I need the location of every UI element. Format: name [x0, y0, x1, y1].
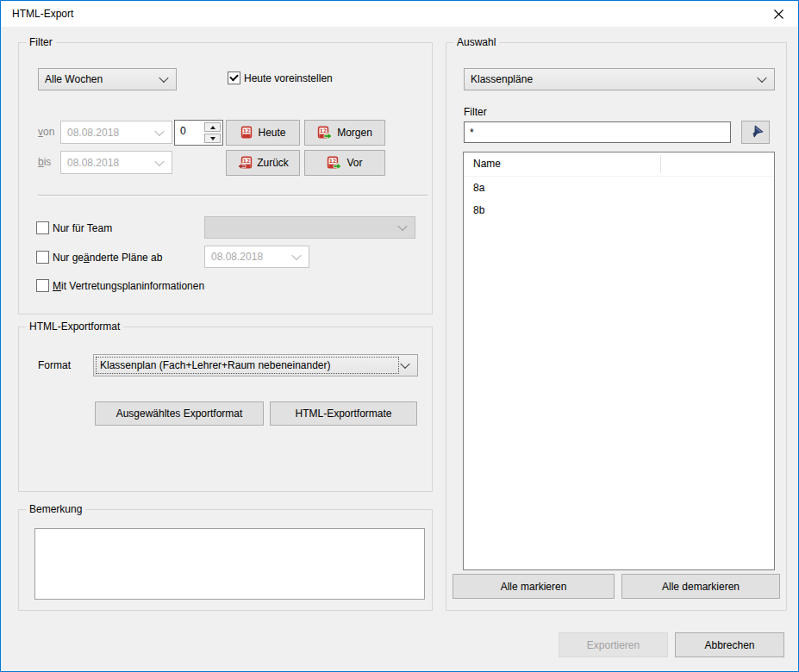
forward-button-label: Vor: [346, 157, 362, 169]
weeks-dropdown-value: Alle Wochen: [45, 73, 103, 85]
format-dropdown-focus: Klassenplan (Fach+Lehrer+Raum nebeneinan…: [96, 357, 399, 374]
to-date-dropdown[interactable]: 08.08.2018: [60, 151, 172, 174]
close-button[interactable]: [759, 1, 798, 27]
today-button-label: Heute: [258, 127, 285, 139]
tomorrow-button[interactable]: 12 Morgen: [304, 120, 385, 146]
chevron-down-icon: [291, 251, 301, 260]
selected-format-button[interactable]: Ausgewähltes Exportformat: [95, 401, 264, 426]
selection-filter-input[interactable]: [464, 121, 731, 143]
substitution-info-label: Mit Vertretungsplaninformationen: [53, 280, 204, 292]
select-all-button[interactable]: Alle markieren: [453, 574, 615, 599]
selection-group-label: Auswahl: [453, 36, 499, 48]
export-button-label: Exportieren: [587, 639, 640, 651]
today-button[interactable]: 12 Heute: [226, 120, 300, 146]
format-dropdown[interactable]: Klassenplan (Fach+Lehrer+Raum nebeneinan…: [93, 354, 418, 376]
chevron-down-icon: [757, 73, 766, 83]
calendar-icon: 12: [240, 126, 253, 140]
list-item[interactable]: 8b: [464, 199, 774, 221]
format-label: Format: [38, 359, 71, 371]
arrow-up-icon: [210, 126, 215, 129]
deselect-all-button[interactable]: Alle demarkieren: [621, 574, 780, 599]
team-checkbox[interactable]: Nur für Team: [36, 221, 112, 234]
plan-type-value: Klassenpläne: [471, 73, 533, 85]
close-icon: [774, 9, 783, 19]
list-column-header[interactable]: Name: [464, 152, 774, 177]
from-date-dropdown[interactable]: 08.08.2018: [60, 121, 172, 144]
chevron-down-icon: [397, 221, 407, 231]
select-all-button-label: Alle markieren: [501, 581, 567, 593]
checkbox-box-icon[interactable]: [36, 221, 49, 234]
svg-text:12: 12: [243, 128, 250, 134]
selection-group: Auswahl Klassenpläne Filter Name 8a 8b: [446, 42, 787, 611]
window-title: HTML-Export: [1, 8, 759, 20]
spinner-buttons: [204, 121, 222, 145]
remark-textarea[interactable]: [34, 528, 425, 600]
svg-text:12: 12: [243, 158, 250, 164]
apply-filter-button[interactable]: [741, 121, 770, 144]
day-offset-spinner[interactable]: 0: [174, 120, 223, 146]
export-format-group: HTML-Exportformat Format Klassenplan (Fa…: [18, 327, 433, 492]
cancel-button[interactable]: Abbrechen: [675, 632, 784, 657]
list-item[interactable]: 8a: [464, 177, 774, 199]
svg-text:12: 12: [329, 158, 336, 164]
preset-today-label: Heute voreinstellen: [244, 72, 333, 84]
calendar-forward-icon: 12: [317, 126, 333, 140]
calendar-back-icon: 12: [237, 156, 253, 170]
html-export-dialog: HTML-Export Filter Alle Wochen Heute vor…: [0, 0, 799, 672]
funnel-icon: [748, 125, 764, 140]
changed-plans-label: Nur geänderte Pläne ab: [53, 252, 162, 264]
dialog-body: Filter Alle Wochen Heute voreinstellen v…: [1, 27, 798, 671]
calendar-forward-icon: 12: [327, 156, 342, 170]
checkbox-box-icon[interactable]: [228, 72, 240, 84]
chevron-down-icon: [154, 126, 164, 135]
plans-listbox[interactable]: Name 8a 8b: [463, 152, 775, 570]
export-button[interactable]: Exportieren: [559, 632, 668, 657]
remark-group: Bemerkung: [18, 509, 433, 611]
titlebar: HTML-Export: [1, 1, 798, 27]
remark-group-label: Bemerkung: [26, 503, 85, 515]
filter-group-label: Filter: [26, 36, 56, 48]
to-date-value: 08.08.2018: [67, 157, 119, 169]
export-formats-button-label: HTML-Exportformate: [295, 408, 391, 420]
back-button[interactable]: 12 Zurück: [226, 150, 300, 176]
chevron-down-icon: [400, 359, 409, 369]
svg-text:12: 12: [320, 128, 327, 134]
chevron-down-icon: [154, 156, 164, 165]
column-divider: [660, 155, 661, 173]
from-label: von: [38, 126, 54, 138]
chevron-down-icon: [159, 73, 168, 83]
substitution-info-checkbox[interactable]: Mit Vertretungsplaninformationen: [36, 279, 204, 292]
selection-filter-label: Filter: [464, 106, 487, 118]
from-date-value: 08.08.2018: [67, 127, 119, 139]
spin-down-button[interactable]: [204, 134, 221, 143]
export-format-group-label: HTML-Exportformat: [26, 320, 123, 333]
checkbox-box-icon[interactable]: [36, 251, 49, 264]
forward-button[interactable]: 12 Vor: [304, 150, 385, 176]
changed-plans-checkbox[interactable]: Nur geänderte Pläne ab: [36, 251, 162, 264]
preset-today-checkbox[interactable]: Heute voreinstellen: [228, 72, 333, 84]
to-label: bis: [38, 156, 51, 168]
tomorrow-button-label: Morgen: [337, 127, 372, 139]
day-offset-value: 0: [175, 121, 204, 145]
team-dropdown: [204, 216, 415, 239]
deselect-all-button-label: Alle demarkieren: [662, 581, 740, 593]
separator: [38, 195, 428, 196]
arrow-down-icon: [210, 137, 215, 140]
team-checkbox-label: Nur für Team: [53, 222, 112, 234]
checkbox-box-icon[interactable]: [36, 279, 49, 292]
export-formats-button[interactable]: HTML-Exportformate: [270, 401, 417, 426]
selected-format-button-label: Ausgewähltes Exportformat: [116, 408, 243, 420]
format-dropdown-value: Klassenplan (Fach+Lehrer+Raum nebeneinan…: [100, 359, 331, 371]
changed-date-value: 08.08.2018: [211, 251, 263, 263]
changed-date-dropdown: 08.08.2018: [204, 246, 309, 268]
cancel-button-label: Abbrechen: [704, 639, 754, 651]
list-column-header-label: Name: [473, 158, 501, 170]
back-button-label: Zurück: [257, 157, 289, 169]
filter-group: Filter Alle Wochen Heute voreinstellen v…: [18, 42, 433, 314]
spin-up-button[interactable]: [204, 122, 221, 132]
weeks-dropdown[interactable]: Alle Wochen: [38, 68, 177, 90]
plan-type-dropdown[interactable]: Klassenpläne: [464, 68, 775, 90]
